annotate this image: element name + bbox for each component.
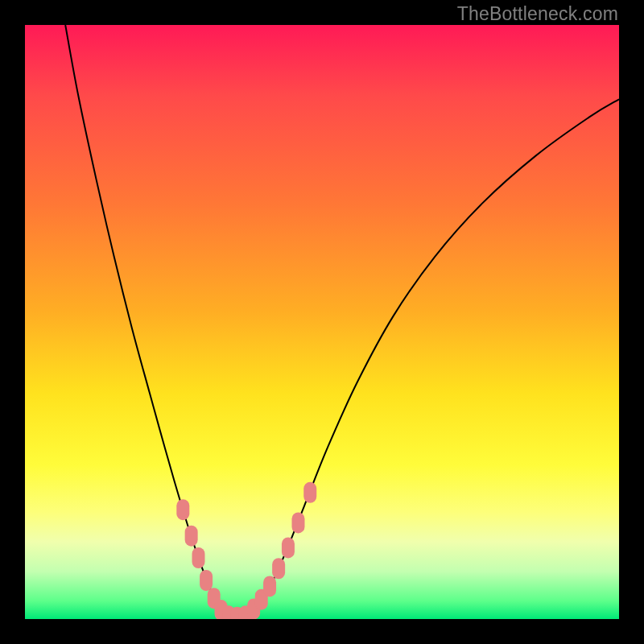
chart-gradient-background <box>25 25 619 619</box>
watermark-text: TheBottleneck.com <box>457 3 618 25</box>
chart-frame <box>25 25 619 619</box>
